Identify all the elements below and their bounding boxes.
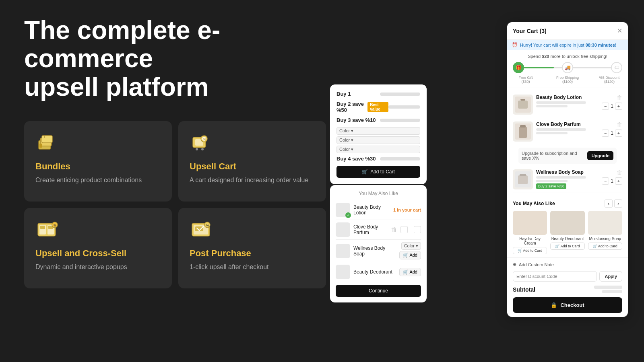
cart-item-1-qty: − 1 + [602, 103, 622, 110]
cart-upgrade-button[interactable]: Upgrade [587, 151, 613, 160]
cart-item-3-qty-value: 1 [611, 178, 613, 184]
cart-item-3-name: Wellness Body Soap [536, 169, 599, 175]
svg-rect-31 [518, 175, 528, 184]
ymal-product-2: Beauty Deodorant 🛒 Add to Card [550, 211, 584, 254]
page-headline: The complete e-commerce upsell platform [24, 16, 326, 101]
cart-items-list: Beauty Body Lotion 🗑 − 1 + Clove Body Pa… [507, 88, 628, 196]
cart-item-2-image [513, 121, 533, 142]
cart-checkout-lock-icon: 🔒 [551, 302, 557, 308]
cs-item-3-color-select[interactable]: Color ▾ [401, 242, 421, 250]
cart-ymal-next[interactable]: › [614, 200, 622, 208]
cart-item-1: Beauty Body Lotion 🗑 − 1 + [513, 91, 622, 118]
cart-item-2-delete[interactable]: 🗑 [617, 121, 622, 128]
cart-checkout-button[interactable]: 🔒 Checkout [513, 297, 622, 313]
crosssell-panel-title: You May Also Like [336, 191, 421, 196]
bundle-color-select-2[interactable]: Color ▾ [336, 136, 420, 144]
ymal-product-1-add[interactable]: 🛒 Add to Card [513, 247, 547, 254]
upsell-cart-desc: A cart designed for increasing order val… [190, 176, 315, 185]
cart-urgency-banner: ⏰ Hurry! Your cart will expire in just 0… [507, 40, 628, 50]
cart-progress-labels: Free Gift ($60) Free Shipping ($100) %5 … [513, 76, 622, 84]
cart-item-1-image [513, 95, 533, 115]
cart-ymal-prev[interactable]: ‹ [605, 200, 613, 208]
cart-subtotal-row: Subtotal [513, 286, 622, 293]
cs-item-2-qty-minus[interactable]: − [400, 226, 408, 233]
ymal-product-1: Haydra Day Cream 🛒 Add to Card [513, 211, 547, 254]
bundle-bar-4 [380, 157, 420, 160]
cart-item-1-delete[interactable]: 🗑 [617, 95, 622, 101]
cart-ymal-title: You May Also Like [513, 201, 555, 206]
cart-item-1-qty-minus[interactable]: − [602, 103, 609, 110]
cart-custom-note-label: Add Custom Note [519, 262, 554, 267]
bundle-color-select-1[interactable]: Color ▾ [336, 127, 420, 135]
cart-title: Your Cart (3) [513, 28, 547, 34]
bundle-row-1-label: Buy 1 [336, 91, 351, 97]
cart-item-2-info: Clove Body Parfum [536, 121, 599, 134]
cart-item-2-name: Clove Body Parfum [536, 121, 599, 127]
crosssell-icon: % [35, 219, 58, 242]
ymal-product-1-img [513, 211, 547, 235]
svg-rect-3 [39, 144, 42, 148]
cart-item-1-info: Beauty Body Lotion [536, 95, 599, 107]
bundle-row-3: Buy 3 save %10 [336, 117, 420, 123]
cart-item-1-name: Beauty Body Lotion [536, 95, 599, 100]
cart-item-3-delete[interactable]: 🗑 [617, 169, 622, 176]
cs-item-3-add-btn[interactable]: 🛒 Add [399, 251, 421, 259]
cs-item-1: Beauty Body Lotion 1 in your cart [336, 200, 421, 220]
cart-item-1-detail [536, 101, 586, 104]
cart-item-2-qty-minus[interactable]: − [602, 130, 609, 137]
bundle-row-2-label: Buy 2 save %50 [336, 101, 367, 113]
cart-item-2-qty-value: 1 [611, 130, 613, 136]
cart-close-button[interactable]: ✕ [617, 27, 622, 35]
cart-item-2-qty-plus[interactable]: + [615, 130, 622, 137]
crosssell-desc: Dynamic and interactive popups [35, 263, 161, 272]
cart-item-3-qty-minus[interactable]: − [602, 177, 609, 185]
feature-grid: Bundles Create enticing product combinat… [24, 121, 326, 288]
cs-item-1-thumb [336, 203, 350, 217]
cs-item-2-qty-plus[interactable]: + [414, 226, 421, 233]
cart-apply-button[interactable]: Apply [599, 271, 622, 282]
cs-item-3: Wellness Body Soap Color ▾ 🛒 Add [336, 240, 421, 262]
cart-item-2-detail [536, 128, 586, 131]
cart-item-3-qty-plus[interactable]: + [615, 177, 622, 185]
cs-item-4-add-btn[interactable]: 🛒 Add [399, 268, 421, 276]
bundle-color-select-3[interactable]: Color ▾ [336, 146, 420, 153]
cart-item-3-badge: Buy 2 save %50 [536, 183, 566, 189]
bundle-add-to-cart-button[interactable]: 🛒 Add to Cart [336, 166, 420, 178]
cart-upgrade-section: Upgrade to subscription and save X% Upgr… [518, 148, 617, 164]
ymal-product-2-img [550, 211, 584, 235]
ymal-product-3-add[interactable]: 🛒 Add to Card [588, 243, 622, 250]
cart-item-1-qty-plus[interactable]: + [615, 103, 622, 110]
cart-custom-note[interactable]: ⊕ Add Custom Note [513, 262, 622, 267]
cs-item-1-name: Beauty Body Lotion [353, 204, 390, 216]
subtotal-bar-2 [602, 290, 622, 293]
crosssell-continue-button[interactable]: Continue [336, 285, 421, 297]
cart-discount-input[interactable] [513, 271, 597, 282]
feature-card-upsell-cart: % Upsell Cart A cart designed for increa… [178, 121, 326, 202]
crosssell-panel: You May Also Like Beauty Body Lotion 1 i… [330, 185, 427, 302]
bundle-row-4: Buy 4 save %30 [336, 156, 420, 162]
progress-label-shipping: Free Shipping ($100) [555, 76, 580, 84]
cs-item-2-qty: − 1 + [400, 226, 421, 233]
bundle-bar-2 [388, 105, 420, 109]
cart-ymal-products: Haydra Day Cream 🛒 Add to Card Beauty De… [513, 211, 622, 254]
cart-progress-text: Spend $20 more to unlock free shipping! [513, 54, 622, 59]
cart-item-2-qty: − 1 + [602, 130, 622, 137]
progress-icon-shipping: 🚚 [562, 62, 573, 73]
svg-point-11 [201, 148, 204, 150]
cart-progress-track: 🎁 🚚 🏷 [513, 62, 622, 73]
cart-item-2: Clove Body Parfum 🗑 − 1 + [513, 118, 622, 145]
cart-ymal-header: You May Also Like ‹ › [513, 200, 622, 208]
ymal-product-2-add[interactable]: 🛒 Add to Card [550, 243, 584, 250]
progress-label-gift: Free Gift ($60) [514, 76, 538, 84]
feature-card-crosssell: % Upsell and Cross-Sell Dynamic and inte… [24, 208, 172, 288]
cart-panel: Your Cart (3) ✕ ⏰ Hurry! Your cart will … [507, 22, 628, 317]
upsell-cart-title: Upsell Cart [190, 161, 315, 172]
cs-item-1-incart: 1 in your cart [393, 208, 421, 212]
bundle-row-4-label: Buy 4 save %30 [336, 156, 376, 162]
cart-item-2-detail2 [536, 132, 568, 134]
cart-progress-fill [521, 67, 554, 68]
feature-card-bundles: Bundles Create enticing product combinat… [24, 121, 172, 202]
svg-rect-28 [519, 127, 527, 138]
cart-item-3-qty: − 1 + [602, 177, 622, 185]
upsell-cart-icon: % [190, 132, 212, 155]
